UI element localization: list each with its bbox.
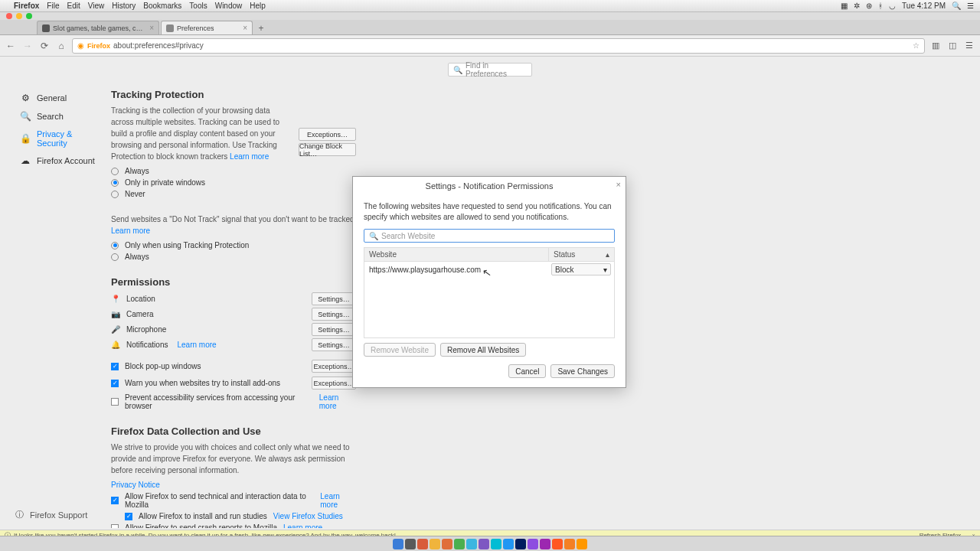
search-website-input[interactable]: 🔍 Search Website (364, 229, 615, 243)
menu-view[interactable]: View (88, 2, 105, 10)
menubar-app[interactable]: Firefox (14, 2, 39, 10)
dock-app-icon[interactable] (442, 539, 452, 549)
table-row[interactable]: https://www.playsugarhouse.com Block ▾ (364, 262, 614, 277)
datacoll-desc: We strive to provide you with choices an… (111, 442, 356, 476)
column-status[interactable]: Status▴ (548, 248, 614, 261)
dock-app-icon[interactable] (417, 539, 428, 549)
dock-app-icon[interactable] (405, 539, 416, 549)
menu-history[interactable]: History (112, 2, 136, 10)
clock[interactable]: Tue 4:12 PM (902, 2, 946, 10)
perm-camera-label: Camera (126, 310, 154, 318)
favicon-icon (42, 24, 50, 32)
save-changes-button[interactable]: Save Changes (550, 364, 615, 378)
learn-more-link[interactable]: Learn more (177, 341, 216, 349)
sidebar-item-search[interactable]: 🔍 Search (15, 107, 103, 126)
tray-icon[interactable]: ▦ (841, 2, 848, 10)
close-tab-icon[interactable]: × (243, 24, 247, 32)
tracking-never[interactable]: Never (111, 190, 291, 198)
browser-tab[interactable]: Slot games, table games, casi... × (37, 21, 159, 34)
exceptions-button[interactable]: Exceptions… (299, 128, 356, 141)
close-window-button[interactable] (6, 13, 12, 19)
menu-button[interactable]: ☰ (963, 40, 975, 52)
dnt-tracking[interactable]: Only when using Tracking Protection (111, 241, 356, 249)
change-blocklist-button[interactable]: Change Block List… (299, 143, 356, 156)
menu-bookmarks[interactable]: Bookmarks (143, 2, 181, 10)
view-studies-link[interactable]: View Firefox Studies (273, 512, 343, 520)
notifications-settings-button[interactable]: Settings… (312, 338, 356, 351)
back-button[interactable]: ← (5, 40, 17, 52)
find-placeholder: Find in Preferences (466, 61, 527, 78)
wifi-icon[interactable]: ◡ (889, 2, 896, 10)
popup-exceptions-button[interactable]: Exceptions… (312, 360, 356, 373)
tray-icon[interactable]: ⊛ (866, 2, 872, 10)
tab-bar: Slot games, table games, casi... × Prefe… (0, 20, 980, 35)
learn-more-link[interactable]: Learn more (320, 492, 356, 509)
sidebar-button[interactable]: ◫ (946, 40, 959, 52)
forward-button[interactable]: → (21, 40, 34, 52)
home-button[interactable]: ⌂ (55, 40, 67, 52)
dock-app-icon[interactable] (491, 539, 501, 549)
url-field[interactable]: ◉ Firefox about:preferences#privacy ☆ (72, 38, 925, 54)
menu-edit[interactable]: Edit (67, 2, 80, 10)
bookmark-star-icon[interactable]: ☆ (913, 41, 920, 50)
new-tab-button[interactable]: + (254, 22, 268, 34)
addon-warn-checkbox[interactable]: Warn you when websites try to install ad… (111, 379, 280, 387)
block-popups-checkbox[interactable]: Block pop-up windows (111, 362, 201, 370)
location-settings-button[interactable]: Settings… (312, 292, 356, 305)
column-website[interactable]: Website (364, 248, 548, 261)
status-select[interactable]: Block ▾ (551, 263, 611, 276)
learn-more-link[interactable]: Learn more (230, 152, 269, 161)
crashreport-checkbox[interactable]: Allow Firefox to send crash reports to M… (111, 523, 356, 528)
find-in-preferences-input[interactable]: 🔍 Find in Preferences (448, 63, 532, 77)
notification-icon[interactable]: ☰ (967, 2, 974, 10)
firefox-support-link[interactable]: ⓘ Firefox Support (15, 509, 87, 520)
camera-settings-button[interactable]: Settings… (312, 308, 356, 321)
tracking-always[interactable]: Always (111, 167, 291, 175)
studies-checkbox[interactable]: Allow Firefox to install and run studies… (125, 512, 356, 520)
cancel-button[interactable]: Cancel (508, 364, 546, 378)
learn-more-link[interactable]: Learn more (319, 393, 356, 410)
dnt-always[interactable]: Always (111, 253, 356, 261)
learn-more-link[interactable]: Learn more (111, 227, 150, 235)
learn-more-link[interactable]: Learn more (283, 523, 322, 528)
reload-button[interactable]: ⟳ (38, 40, 51, 52)
spotlight-icon[interactable]: 🔍 (952, 2, 961, 10)
dock-app-icon[interactable] (479, 539, 489, 549)
telemetry-checkbox[interactable]: Allow Firefox to send technical and inte… (111, 492, 356, 509)
remove-all-websites-button[interactable]: Remove All Websites (440, 343, 526, 357)
dock-app-icon[interactable] (564, 539, 575, 549)
bluetooth-icon[interactable]: ᚼ (878, 2, 883, 10)
remove-website-button[interactable]: Remove Website (364, 343, 436, 357)
addon-exceptions-button[interactable]: Exceptions… (312, 377, 356, 390)
accessibility-checkbox[interactable]: Prevent accessibility services from acce… (111, 393, 356, 410)
dock-app-icon[interactable] (528, 539, 538, 549)
sidebar-item-account[interactable]: ☁ Firefox Account (15, 152, 103, 170)
library-button[interactable]: ▥ (929, 40, 942, 52)
dock-app-icon[interactable] (466, 539, 477, 549)
menu-tools[interactable]: Tools (189, 2, 207, 10)
dock-app-icon[interactable] (454, 539, 465, 549)
menu-file[interactable]: File (47, 2, 59, 10)
maximize-window-button[interactable] (26, 13, 32, 19)
dock-app-icon[interactable] (515, 539, 526, 549)
close-dialog-button[interactable]: × (616, 180, 621, 189)
menu-help[interactable]: Help (250, 2, 266, 10)
menu-window[interactable]: Window (215, 2, 243, 10)
dock-app-icon[interactable] (552, 539, 563, 549)
dock-app-icon[interactable] (503, 539, 514, 549)
sidebar-item-privacy[interactable]: 🔒 Privacy & Security (15, 126, 103, 152)
tray-icon[interactable]: ✲ (854, 2, 860, 10)
dock-app-icon[interactable] (393, 539, 403, 549)
dock-app-icon[interactable] (430, 539, 440, 549)
microphone-settings-button[interactable]: Settings… (312, 323, 356, 336)
browser-tab-active[interactable]: Preferences × (161, 21, 253, 34)
close-tab-icon[interactable]: × (149, 24, 154, 32)
privacy-notice-link[interactable]: Privacy Notice (111, 481, 356, 489)
tracking-protection-title: Tracking Protection (111, 89, 356, 100)
minimize-window-button[interactable] (16, 13, 22, 19)
dock-app-icon[interactable] (577, 539, 587, 549)
sidebar-item-general[interactable]: ⚙ General (15, 89, 103, 107)
sort-icon: ▴ (606, 250, 609, 259)
tracking-private[interactable]: Only in private windows (111, 178, 291, 187)
dock-app-icon[interactable] (540, 539, 550, 549)
